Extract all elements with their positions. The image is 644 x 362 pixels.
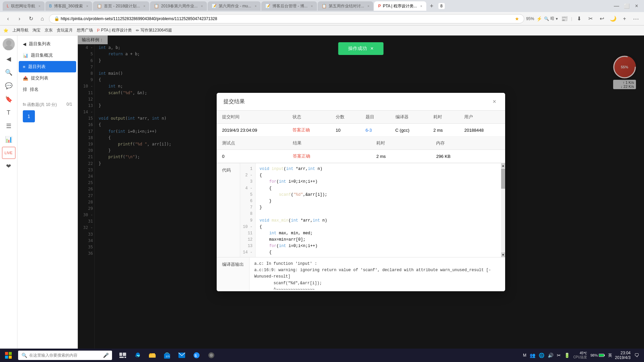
- bookmark-2[interactable]: 淘宝: [33, 27, 41, 33]
- address-bar[interactable]: 🔒 ★: [49, 14, 524, 23]
- tab-4[interactable]: 📋 2019春第六周作业... ×: [150, 1, 207, 11]
- tab-6[interactable]: 📝 博客后台管理 - 博... ×: [261, 1, 317, 11]
- test-row-0: 0 答案正确 2 ms 296 KB: [217, 150, 505, 163]
- battery-taskbar-icon[interactable]: 🔋: [564, 353, 570, 358]
- tab-2-close[interactable]: ×: [86, 4, 88, 8]
- search-page-icon[interactable]: 📰: [560, 14, 569, 23]
- nav-item-problem-list[interactable]: ≡ 题目列表: [19, 61, 76, 72]
- sidebar-back-icon[interactable]: ◀: [2, 53, 15, 65]
- home-button[interactable]: ⌂: [38, 14, 47, 23]
- theme-button[interactable]: 🌙: [608, 14, 618, 23]
- taskbar-sourcetree[interactable]: S: [190, 349, 203, 362]
- col-test-time: 耗时: [371, 137, 431, 150]
- bookmark-star-btn[interactable]: ⭐: [3, 28, 8, 33]
- nav-item-overview[interactable]: 📊 题目集概况: [19, 50, 76, 61]
- mic-icon[interactable]: 🎤: [103, 353, 109, 358]
- modal-close-button[interactable]: ×: [490, 98, 498, 106]
- svg-rect-7: [119, 353, 122, 356]
- tab-5[interactable]: 📝 第六周作业 - mu... ×: [208, 1, 261, 11]
- tab-8-close[interactable]: ×: [420, 4, 422, 8]
- problem-link[interactable]: 6-3: [366, 128, 372, 133]
- taskbar-mail[interactable]: [175, 349, 189, 362]
- nav-item-ranking[interactable]: 排 排名: [19, 84, 76, 95]
- tab-7[interactable]: 📋 第五周作业结对讨... ×: [318, 1, 374, 11]
- undo-button[interactable]: ↩: [597, 14, 606, 23]
- modal-body[interactable]: 提交时间 状态 分数 题目 编译器 耗时 用户 2019/4/3 23:04:0…: [217, 111, 505, 291]
- taskbar-search-box[interactable]: 🔍 🎤: [18, 351, 112, 360]
- bookmark-3[interactable]: 京东: [45, 27, 53, 33]
- tab-3-close[interactable]: ×: [143, 4, 145, 8]
- tab-8[interactable]: P PTA | 程序设计类... ×: [374, 1, 426, 11]
- maximize-button[interactable]: ⬜: [622, 1, 631, 11]
- scroll-thumb[interactable]: [501, 169, 505, 189]
- people-icon[interactable]: 👥: [530, 353, 535, 358]
- tab-5-favicon: 📝: [212, 4, 217, 8]
- bookmark-5[interactable]: 想秀广场: [77, 27, 93, 33]
- bookmark-star-icon[interactable]: ★: [515, 16, 519, 21]
- taskbar-unknown[interactable]: [205, 349, 218, 362]
- tab-6-close[interactable]: ×: [311, 4, 313, 8]
- volume-icon[interactable]: 🔊: [548, 353, 553, 358]
- tab-7-close[interactable]: ×: [368, 4, 370, 8]
- nav-item-topic-list[interactable]: ◀ 题目集列表: [19, 38, 76, 50]
- problem-item-1[interactable]: 1: [23, 110, 35, 122]
- scroll-down-arrow[interactable]: ▼: [501, 252, 505, 257]
- sidebar-chat-icon[interactable]: 💬: [2, 80, 15, 92]
- taskbar-clock[interactable]: 23:04 2019/4/3: [615, 351, 631, 360]
- download-button[interactable]: ⬇: [574, 14, 584, 23]
- bookmark-1[interactable]: 上网导航: [12, 27, 29, 33]
- forward-button[interactable]: ›: [15, 14, 24, 23]
- sidebar-chart-icon[interactable]: 📊: [2, 133, 15, 145]
- scroll-up-arrow[interactable]: ▲: [501, 163, 505, 168]
- address-input[interactable]: [61, 16, 515, 21]
- sidebar-list-icon[interactable]: ☰: [2, 120, 15, 132]
- sidebar-live-icon[interactable]: LIVE: [2, 147, 15, 159]
- taskbar-explorer[interactable]: [146, 349, 159, 362]
- bookmark-6[interactable]: P PTA | 程序设计类: [97, 27, 132, 33]
- more-button[interactable]: ⋯: [631, 14, 641, 23]
- tab-1-close[interactable]: ×: [39, 4, 41, 8]
- lang-indicator[interactable]: 英: [608, 353, 612, 358]
- minimize-button[interactable]: —: [612, 1, 621, 11]
- taskbar-task-view[interactable]: [116, 349, 129, 362]
- close-button[interactable]: ×: [632, 1, 641, 11]
- search-dropdown[interactable]: 🔍 暗 ▾: [544, 16, 558, 21]
- nav-item-submit-list[interactable]: 📤 提交列表: [19, 72, 76, 84]
- bookmark-4[interactable]: 贪玩蓝月: [57, 27, 73, 33]
- tab-3[interactable]: 📋 首页 - 2018级计划... ×: [93, 1, 149, 11]
- start-button[interactable]: [0, 349, 17, 362]
- tab-1[interactable]: L 联想网址导航 ×: [3, 1, 45, 11]
- sidebar-search-icon[interactable]: 🔍: [2, 66, 15, 78]
- sidebar-translate-icon[interactable]: T: [2, 107, 15, 119]
- cut-taskbar-icon[interactable]: ✂: [557, 353, 561, 358]
- result-problem[interactable]: 6-3: [360, 124, 390, 137]
- refresh-button[interactable]: ↻: [26, 14, 36, 23]
- result-status: 答案正确: [287, 124, 330, 137]
- taskbar-edge[interactable]: [131, 349, 144, 362]
- tab-4-close[interactable]: ×: [201, 4, 203, 8]
- compiler-output-text[interactable]: a.c: In function 'input' :a.c:16:9: warn…: [250, 257, 505, 291]
- sidebar-bookmark-icon[interactable]: 🔖: [2, 93, 15, 105]
- user-avatar[interactable]: [3, 38, 15, 50]
- tab-2-favicon: B: [49, 4, 52, 8]
- bookmark-7[interactable]: ✏ 写作第1230645篇: [136, 27, 172, 33]
- bookmarks-bar: ⭐ 上网导航 淘宝 京东 贪玩蓝月 想秀广场 P PTA | 程序设计类 ✏ 写…: [0, 25, 644, 36]
- cpu-label: CPU温度: [573, 355, 587, 360]
- tab-5-close[interactable]: ×: [255, 4, 257, 8]
- sidebar-heart-icon[interactable]: ❤: [2, 160, 15, 172]
- toast-close-button[interactable]: ×: [370, 46, 373, 52]
- new-tab-button[interactable]: +: [427, 1, 436, 11]
- cut-button[interactable]: ✂: [586, 14, 595, 23]
- keyboard-icon[interactable]: M: [523, 353, 526, 358]
- back-button[interactable]: ‹: [3, 14, 13, 23]
- taskbar-search-input[interactable]: [29, 353, 101, 358]
- extend-button[interactable]: +: [620, 14, 629, 23]
- network-icon[interactable]: 🌐: [539, 353, 544, 358]
- code-scrollbar[interactable]: ▲ ▼: [501, 163, 505, 257]
- tab-6-favicon: 📝: [265, 4, 270, 8]
- notification-button[interactable]: 🗨: [633, 349, 640, 362]
- code-editor-view[interactable]: 1 2 - 3 4 - 5 6 7 8 9 10 - 11 12 13 14 -…: [240, 163, 505, 257]
- taskbar-store[interactable]: STORE: [160, 349, 174, 362]
- tab-2[interactable]: B 博客园_360搜索 ×: [45, 1, 93, 11]
- tab-7-label: 第五周作业结对讨...: [329, 3, 364, 9]
